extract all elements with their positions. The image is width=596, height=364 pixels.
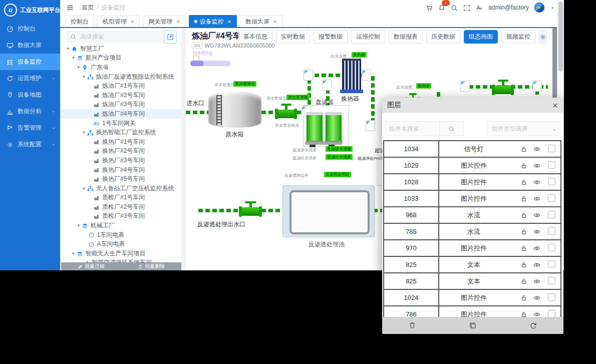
tree-item-1车间电表[interactable]: 1车间电表	[61, 230, 181, 240]
tree-edit-button[interactable]	[164, 31, 177, 44]
layer-row[interactable]: 968水流	[384, 207, 560, 224]
tree-expander-icon[interactable]: ▼	[77, 223, 82, 228]
action-button-基本信息[interactable]: 基本信息	[238, 30, 272, 44]
lock-toggle[interactable]	[520, 240, 527, 256]
layer-checkbox[interactable]	[548, 178, 555, 185]
lock-toggle[interactable]	[520, 273, 527, 289]
component-type-select[interactable]: 组件类型选择 ⌄	[487, 121, 562, 136]
settings-button[interactable]	[539, 30, 547, 44]
lock-toggle[interactable]	[520, 141, 527, 157]
breadcrumb-home[interactable]: 首页	[82, 4, 94, 12]
layer-checkbox[interactable]	[548, 310, 555, 317]
action-button-实时数据[interactable]: 实时数据	[276, 30, 310, 44]
tree-item-炼油厂#2号车间[interactable]: 炼油厂#2号车间	[61, 91, 181, 100]
tree-item-炼油厂#4号车间[interactable]: 炼油厂#4号车间	[61, 109, 181, 119]
action-button-运维控制[interactable]: 运维控制	[351, 30, 385, 44]
action-button-历史数据[interactable]: 历史数据	[426, 30, 460, 44]
search-button[interactable]	[439, 122, 463, 136]
tree-expander-icon[interactable]: ▼	[82, 75, 87, 79]
layer-row[interactable]: 1034信号灯	[384, 141, 560, 158]
layer-row[interactable]: 825文本	[384, 273, 560, 290]
layer-checkbox[interactable]	[548, 260, 555, 268]
trash-button[interactable]	[408, 321, 416, 329]
tree-item-质检厂#1号车间[interactable]: 质检厂#1号车间	[61, 193, 181, 203]
visibility-toggle[interactable]	[533, 224, 540, 239]
action-button-数据报表[interactable]: 数据报表	[389, 30, 423, 44]
tree-expander-icon[interactable]: ▼	[72, 251, 77, 256]
layer-row[interactable]: 1029图片控件	[384, 158, 560, 174]
layer-row[interactable]: 1028图片控件	[384, 174, 560, 191]
cart-icon[interactable]	[426, 3, 433, 12]
visibility-toggle[interactable]	[533, 207, 540, 223]
close-icon[interactable]	[552, 102, 558, 109]
visibility-toggle[interactable]	[533, 273, 540, 289]
notifications-button[interactable]: 1	[438, 3, 445, 12]
tree-expander-icon[interactable]: ▼	[66, 47, 71, 51]
visibility-toggle[interactable]	[533, 141, 540, 157]
sidebar-item-alarm[interactable]: 告警管理	[0, 120, 60, 136]
tree-item-换热厂#2号车间[interactable]: 换热厂#2号车间	[61, 147, 181, 156]
lock-toggle[interactable]	[520, 158, 527, 173]
fullscreen-icon[interactable]	[463, 3, 470, 12]
lock-toggle[interactable]	[520, 207, 527, 223]
layer-row[interactable]: 1033图片控件	[384, 191, 560, 207]
search-icon[interactable]	[451, 3, 458, 12]
layer-row[interactable]: 970图片控件	[384, 240, 560, 257]
tree-item-换热厂#4号车间[interactable]: 换热厂#4号车间	[61, 165, 181, 175]
layer-row[interactable]: 825文本	[384, 257, 560, 273]
window-scrollbar-thumb[interactable]	[558, 2, 563, 72]
tree-expander-icon[interactable]: ▼	[82, 130, 87, 135]
tree-item-智慧工厂[interactable]: ▼智慧工厂	[61, 44, 181, 54]
tree-item-1号车间网关[interactable]: 1号车间网关	[61, 119, 181, 128]
layer-checkbox[interactable]	[548, 293, 555, 301]
lock-toggle[interactable]	[520, 191, 527, 206]
action-button-报警数据[interactable]: 报警数据	[314, 30, 348, 44]
layer-checkbox[interactable]	[548, 211, 555, 218]
tree-search-input[interactable]	[79, 33, 156, 41]
tab-设备监控[interactable]: 设备监控✕	[189, 15, 237, 28]
font-size-icon[interactable]	[476, 3, 483, 12]
tab-网关管理[interactable]: 网关管理✕	[143, 15, 185, 28]
tree-item-智能无人生产车间项目[interactable]: ▼智能无人生产车间项目	[61, 249, 181, 258]
tab-控制台[interactable]: 控制台	[65, 15, 94, 28]
avatar[interactable]	[534, 3, 544, 13]
layer-checkbox[interactable]	[548, 244, 555, 251]
dialog-header[interactable]: 图层	[382, 98, 563, 113]
component-search-input[interactable]	[385, 122, 439, 136]
batch-delete-button[interactable]: 批量删除	[138, 263, 165, 270]
tree-item-机械工厂[interactable]: ▼机械工厂	[61, 221, 181, 230]
sidebar-item-console[interactable]: 控制台	[0, 21, 60, 37]
lock-toggle[interactable]	[520, 257, 527, 272]
layer-checkbox[interactable]	[548, 161, 555, 169]
tab-数据大屏[interactable]: 数据大屏✕	[240, 15, 282, 28]
tree-item-无人食品工厂空压机监控系统[interactable]: ▼无人食品工厂空压机监控系统	[61, 184, 181, 193]
user-menu-caret-icon[interactable]	[550, 3, 555, 12]
close-tab-icon[interactable]: ✕	[273, 19, 277, 25]
tree-item-质检厂#3号车间[interactable]: 质检厂#3号车间	[61, 212, 181, 221]
close-tab-icon[interactable]: ✕	[176, 19, 180, 25]
tree-item-炼油厂反渗透预除盐控制系统[interactable]: ▼炼油厂反渗透预除盐控制系统	[61, 72, 181, 82]
layer-checkbox[interactable]	[548, 194, 555, 202]
refresh-button[interactable]	[529, 321, 537, 329]
tree-expander-icon[interactable]: ▼	[82, 186, 87, 191]
sidebar-item-screen[interactable]: 数据大屏	[0, 37, 60, 54]
visibility-toggle[interactable]	[533, 174, 540, 190]
tree-item-A车间电表[interactable]: A车间电表	[61, 239, 181, 249]
tree-item-质检厂#2号车间[interactable]: 质检厂#2号车间	[61, 202, 181, 212]
action-button-组态画面[interactable]: 组态画面	[464, 30, 498, 44]
sidebar-item-monitor[interactable]: 设备监控	[0, 54, 60, 70]
tab-机型管理[interactable]: 机型管理✕	[97, 15, 140, 28]
lock-toggle[interactable]	[520, 290, 527, 305]
layer-row[interactable]: 1024图片控件	[384, 290, 560, 306]
layer-checkbox[interactable]	[548, 277, 555, 284]
tree-item-换热厂#1号车间[interactable]: 换热厂#1号车间	[61, 137, 181, 147]
layer-row[interactable]: 785水流	[384, 224, 560, 240]
tree-search[interactable]	[67, 31, 168, 42]
tree-item-广东省[interactable]: ▼广东省	[61, 63, 181, 72]
visibility-toggle[interactable]	[533, 290, 540, 305]
tree-item-新兴产业项目[interactable]: ▼新兴产业项目	[61, 54, 181, 63]
tree-item-换热智能工厂监控系统[interactable]: ▼换热智能工厂监控系统	[61, 128, 181, 137]
tree-item-换热厂#3号车间[interactable]: 换热厂#3号车间	[61, 156, 181, 165]
tree-item-炼油厂#3号车间[interactable]: 炼油厂#3号车间	[61, 100, 181, 110]
close-tab-icon[interactable]: ✕	[227, 19, 231, 25]
